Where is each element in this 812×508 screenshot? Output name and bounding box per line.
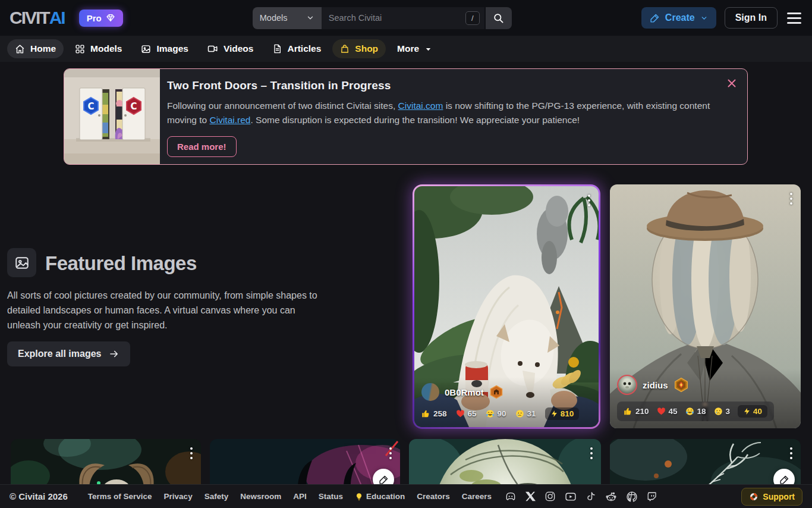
banner-text: Following our announcement of two distin…: [167, 99, 723, 127]
explore-all-images-button[interactable]: Explore all images: [7, 341, 130, 366]
card-menu-icon[interactable]: [589, 446, 594, 460]
nav-item-more[interactable]: More: [389, 39, 440, 58]
zap-reaction[interactable]: 40: [738, 405, 767, 418]
banner-text-1: Following our announcement of two distin…: [167, 101, 398, 111]
footer-link-safety[interactable]: Safety: [204, 492, 229, 501]
like-reaction[interactable]: 210: [624, 407, 649, 416]
cry-count: 3: [726, 407, 731, 416]
main-content: C C Two Front Doors – Transition in Prog…: [0, 62, 812, 484]
nav-label: Models: [90, 43, 122, 54]
tiktok-icon[interactable]: [586, 491, 596, 502]
featured-card-1-glow: 0B0Rmot 258 65 90: [413, 184, 600, 429]
cry-emoji-icon: [714, 407, 723, 416]
chevron-down-icon: [306, 14, 314, 22]
featured-image-card-1[interactable]: 0B0Rmot 258 65 90: [414, 186, 599, 427]
chevron-down-icon: [700, 14, 708, 22]
avatar: [617, 375, 637, 395]
brush-icon: [779, 475, 789, 485]
civitai-com-link[interactable]: Civitai.com: [398, 101, 443, 111]
models-grid-icon: [75, 44, 85, 54]
image-card-ram-skull[interactable]: [11, 439, 201, 484]
footer-link-creators[interactable]: Creators: [417, 492, 450, 501]
support-button[interactable]: Support: [741, 488, 802, 506]
heart-icon: [657, 407, 666, 416]
menu-burger-icon[interactable]: [786, 9, 802, 27]
youtube-icon[interactable]: [565, 491, 577, 503]
nav-label: More: [397, 43, 419, 54]
close-icon[interactable]: [725, 77, 738, 90]
card-menu-icon[interactable]: [189, 446, 194, 460]
civitai-logo[interactable]: CIVITAI: [10, 8, 65, 28]
card-menu-icon[interactable]: [388, 446, 393, 460]
nav-item-articles[interactable]: Articles: [265, 39, 329, 58]
footer-link-terms[interactable]: Terms of Service: [88, 492, 152, 501]
nav-item-videos[interactable]: Videos: [200, 39, 262, 58]
nav-item-home[interactable]: Home: [7, 39, 64, 58]
reddit-icon[interactable]: [605, 491, 617, 503]
heart-icon: [456, 409, 465, 418]
image-card-dark-horns[interactable]: [210, 439, 400, 484]
footer-link-newsroom[interactable]: Newsroom: [240, 492, 281, 501]
search-category-select[interactable]: Models: [253, 7, 322, 29]
banner-body: Two Front Doors – Transition in Progress…: [160, 69, 747, 164]
shop-bag-icon: [340, 44, 350, 54]
nav-item-models[interactable]: Models: [67, 39, 130, 58]
instagram-icon[interactable]: [545, 491, 556, 502]
read-more-button[interactable]: Read more!: [167, 136, 237, 157]
card-menu-icon[interactable]: [789, 192, 794, 206]
search-area: Models /: [130, 7, 634, 29]
zap-icon: [743, 407, 751, 415]
laugh-emoji-icon: [685, 407, 694, 416]
laugh-reaction[interactable]: 90: [486, 409, 506, 418]
support-button-label: Support: [763, 492, 795, 501]
discord-icon[interactable]: [505, 491, 517, 503]
footer-link-status[interactable]: Status: [319, 492, 343, 501]
twitch-icon[interactable]: [647, 491, 657, 502]
footer-link-education[interactable]: Education: [355, 492, 405, 501]
zap-reaction[interactable]: 810: [545, 407, 580, 420]
brush-icon: [650, 13, 660, 23]
sign-in-button[interactable]: Sign In: [725, 7, 778, 29]
banner-doors-image: C C: [64, 69, 160, 164]
user-badge-icon: [673, 377, 689, 393]
search-category-value: Models: [260, 13, 288, 23]
logo-text-civit: CIVIT: [10, 8, 49, 28]
image-card-frost-branch[interactable]: [610, 439, 801, 484]
life-ring-icon: [749, 492, 759, 501]
github-icon[interactable]: [626, 491, 638, 503]
card-menu-icon[interactable]: [789, 446, 794, 460]
x-twitter-icon[interactable]: [525, 491, 536, 501]
create-button[interactable]: Create: [641, 7, 716, 29]
card-1-user-row[interactable]: 0B0Rmot: [421, 383, 591, 401]
pro-badge[interactable]: Pro: [79, 10, 123, 27]
search-icon: [493, 12, 504, 24]
footer-link-careers[interactable]: Careers: [462, 492, 492, 501]
featured-image-card-2[interactable]: zidius 210 45 18 3: [610, 184, 801, 428]
avatar: [421, 383, 439, 401]
cry-reaction[interactable]: 3: [714, 407, 731, 416]
search-input[interactable]: [322, 7, 484, 29]
like-reaction[interactable]: 258: [421, 409, 447, 418]
card-2-user-row[interactable]: zidius: [617, 375, 794, 395]
cry-reaction[interactable]: 31: [515, 409, 536, 418]
laugh-reaction[interactable]: 18: [685, 407, 706, 416]
card-menu-icon[interactable]: [587, 193, 591, 208]
search-button[interactable]: [486, 7, 512, 29]
footer-link-api[interactable]: API: [293, 492, 307, 501]
laugh-count: 18: [697, 407, 706, 416]
heart-reaction[interactable]: 65: [456, 409, 477, 418]
heart-reaction[interactable]: 45: [657, 407, 678, 416]
article-icon: [272, 44, 282, 54]
featured-section-title: Featured Images: [45, 252, 197, 275]
diamond-icon: [106, 13, 115, 23]
username: 0B0Rmot: [445, 387, 484, 397]
search-input-container: /: [322, 7, 484, 29]
like-count: 258: [433, 409, 447, 418]
footer-link-privacy[interactable]: Privacy: [164, 492, 193, 501]
lightbulb-icon: [355, 493, 363, 501]
reactions-bar: 210 45 18 3 40: [617, 402, 774, 421]
civitai-red-link[interactable]: Civitai.red: [210, 115, 251, 125]
nav-item-shop[interactable]: Shop: [332, 39, 386, 58]
image-card-mossy-sphere[interactable]: [409, 439, 601, 484]
nav-item-images[interactable]: Images: [133, 39, 196, 58]
